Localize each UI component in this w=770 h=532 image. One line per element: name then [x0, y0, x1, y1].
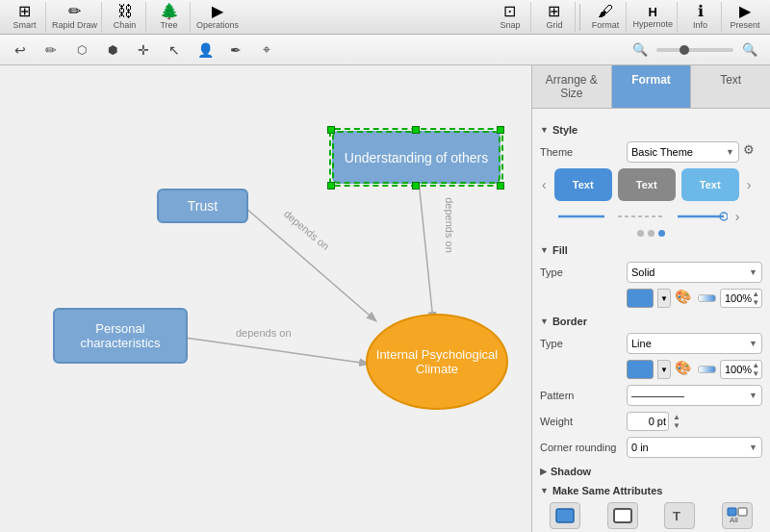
arrow-tool[interactable]: ↖	[162, 38, 187, 63]
dot-3[interactable]	[658, 230, 665, 237]
fill-color-dropdown[interactable]: ▼	[657, 289, 671, 308]
theme-row: Theme Basic Theme ▼ ⚙	[540, 141, 762, 163]
border-weight-row: Weight 0 pt ▲▼	[540, 412, 762, 431]
make-same-header[interactable]: ▼ Make Same Attributes	[540, 485, 762, 496]
border-type-select[interactable]: Line ▼	[627, 333, 762, 354]
theme-gear-button[interactable]: ⚙	[743, 142, 762, 162]
toolbar-hypernote[interactable]: H Hypernote	[629, 2, 678, 33]
node-understanding[interactable]: Understanding of others	[332, 131, 500, 184]
lines-next[interactable]: ›	[733, 207, 742, 226]
theme-select[interactable]: Basic Theme ▼	[627, 141, 739, 163]
node-ips[interactable]: Internal Psychological Climate	[366, 314, 508, 410]
shape-tool-3[interactable]: ✛	[131, 38, 156, 63]
main-area: depends on depends on depends on due Und…	[0, 65, 770, 532]
undo-button[interactable]: ↩	[8, 38, 33, 63]
fill-color-swatch[interactable]	[627, 289, 654, 308]
border-color-row: ▼ 🎨 100% ▲▼	[540, 360, 762, 379]
svg-rect-10	[614, 509, 631, 522]
toolbar-info[interactable]: ℹ Info	[680, 2, 722, 33]
style-section-header[interactable]: ▼ Style	[540, 124, 762, 136]
line-sample-3[interactable]	[674, 207, 728, 226]
swatches-prev[interactable]: ‹	[540, 175, 549, 194]
swatch-3[interactable]: Text	[681, 168, 739, 201]
zoom-fit-icon[interactable]: 🔍	[737, 38, 762, 63]
swatch-2[interactable]: Text	[618, 168, 676, 201]
target-tool[interactable]: ⌖	[254, 38, 279, 63]
border-pattern-value: ————— ▼	[627, 385, 762, 406]
toolbar-format[interactable]: 🖌 Format	[584, 2, 627, 33]
swatches-next[interactable]: ›	[745, 175, 754, 194]
border-section-label: Border	[552, 316, 587, 327]
make-same-fill[interactable]: Fill	[550, 502, 580, 532]
fill-section-header[interactable]: ▼ Fill	[540, 244, 762, 256]
fill-opacity-bar[interactable]	[698, 294, 716, 302]
border-opacity-bar[interactable]	[698, 366, 716, 373]
person-tool[interactable]: 👤	[192, 38, 218, 63]
operations-icon: ▶	[212, 4, 223, 19]
handle-br[interactable]	[497, 182, 504, 190]
panel-tabs: Arrange & Size Format Text	[532, 65, 770, 109]
handle-tr[interactable]	[497, 126, 504, 134]
border-opacity-stepper[interactable]: ▲▼	[752, 361, 759, 378]
operations-label: Operations	[196, 20, 239, 30]
toolbar-rapid-draw[interactable]: ✏ Rapid Draw	[48, 2, 102, 33]
make-same-border[interactable]: Border	[607, 502, 638, 532]
handle-tc[interactable]	[412, 126, 420, 134]
border-pattern-select[interactable]: ————— ▼	[627, 385, 762, 406]
toolbar-chain[interactable]: ⛓ Chain	[104, 2, 146, 33]
pencil-tool[interactable]: ✏	[38, 38, 64, 63]
handle-bc[interactable]	[412, 182, 420, 190]
border-color-dropdown[interactable]: ▼	[657, 360, 671, 379]
handle-bl[interactable]	[327, 182, 335, 190]
chain-label: Chain	[114, 20, 137, 30]
node-ips-label: Internal Psychological Climate	[375, 347, 499, 376]
toolbar-operations[interactable]: ▶ Operations	[192, 2, 243, 33]
line-sample-2[interactable]	[614, 207, 668, 226]
shape-tool-1[interactable]: ⬡	[69, 38, 94, 63]
swatch-3-label: Text	[700, 179, 721, 190]
theme-value-container: Basic Theme ▼ ⚙	[627, 141, 762, 163]
shadow-section-header[interactable]: ▶ Shadow	[540, 466, 762, 477]
zoom-search-icon: 🔍	[628, 38, 653, 63]
tree-icon: 🌲	[160, 4, 179, 19]
fill-type-select[interactable]: Solid ▼	[627, 262, 762, 283]
toolbar-smart[interactable]: ⊞ Smart	[4, 2, 46, 33]
svg-text:All: All	[730, 516, 738, 524]
fill-palette-button[interactable]: 🎨	[675, 289, 694, 308]
weight-input[interactable]: 0 pt	[627, 412, 669, 431]
weight-stepper[interactable]: ▲▼	[673, 413, 680, 430]
smart-icon: ⊞	[18, 4, 31, 19]
node-trust[interactable]: Trust	[157, 189, 248, 223]
toolbar-tree[interactable]: 🌲 Tree	[148, 2, 191, 33]
node-personal[interactable]: Personal characteristics	[53, 308, 188, 364]
border-type-arrow: ▼	[749, 339, 757, 348]
canvas[interactable]: depends on depends on depends on due Und…	[0, 65, 531, 532]
make-same-all[interactable]: All All	[722, 502, 753, 532]
tab-format[interactable]: Format	[612, 65, 692, 108]
toolbar-present[interactable]: ▶ Present	[724, 2, 766, 33]
tab-arrange-size[interactable]: Arrange & Size	[532, 65, 612, 108]
toolbar-grid[interactable]: ⊞ Grid	[533, 2, 576, 33]
make-same-text-format[interactable]: T TextFormat	[664, 502, 695, 532]
chain-icon: ⛓	[117, 4, 133, 19]
border-palette-button[interactable]: 🎨	[675, 360, 694, 379]
border-pattern-arrow: ▼	[749, 391, 757, 400]
pen-tool[interactable]: ✒	[223, 38, 248, 63]
swatch-1[interactable]: Text	[554, 168, 612, 201]
border-section-header[interactable]: ▼ Border	[540, 316, 762, 327]
zoom-slider[interactable]	[656, 48, 733, 52]
svg-rect-12	[728, 508, 736, 516]
dot-1[interactable]	[637, 230, 644, 237]
tab-text[interactable]: Text	[691, 65, 770, 108]
line-sample-1[interactable]	[554, 207, 608, 226]
line-samples: ‹ ›	[540, 207, 762, 226]
border-color-swatch[interactable]	[627, 360, 654, 379]
fill-opacity-stepper[interactable]: ▲▼	[752, 290, 759, 307]
toolbar-snap[interactable]: ⊡ Snap	[489, 2, 531, 33]
handle-tl[interactable]	[327, 126, 335, 134]
shape-tool-2[interactable]: ⬢	[100, 38, 125, 63]
border-type-label: Type	[540, 338, 627, 349]
corner-rounding-select[interactable]: 0 in ▼	[627, 437, 762, 458]
corner-rounding-row: Corner rounding 0 in ▼	[540, 437, 762, 458]
dot-2[interactable]	[648, 230, 654, 237]
